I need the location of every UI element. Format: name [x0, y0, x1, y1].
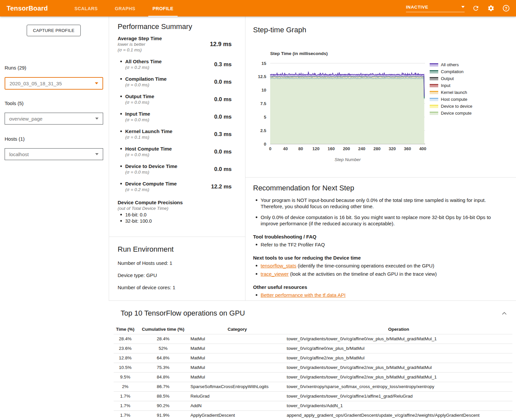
tab-graphs[interactable]: GRAPHS	[110, 0, 139, 16]
table-row: 1.7%91.9%ApplyGradientDescentappend_appl…	[114, 410, 512, 420]
resource-link[interactable]: Better performance with the tf.data API	[261, 292, 346, 298]
metric-value: 0.0 ms	[214, 79, 232, 85]
metric-sigma: (σ = 0.2 ms)	[125, 187, 177, 192]
table-row: 1.7%90.2%AddNtower_0/v/gradients/AddN_1	[114, 401, 512, 410]
resources-header: Other useful resources	[253, 284, 505, 290]
env-line: Number of device cores: 1	[118, 285, 235, 290]
metric-label: All Others Time	[125, 59, 162, 65]
bullet	[120, 113, 122, 115]
status-dropdown[interactable]: INACTIVE	[406, 5, 465, 12]
table-cell: 1.7%	[114, 401, 137, 410]
appbar-controls: INACTIVE ?	[406, 4, 510, 12]
tool-text: trace_viewer (look at the activities on …	[261, 271, 437, 277]
bullet	[256, 273, 257, 275]
svg-text:0: 0	[264, 142, 266, 147]
metric-row: All Others Time(σ = 0.2 ms)0.3 ms	[118, 59, 232, 70]
faq-item-text: Refer to the TF2 Profiler FAQ	[261, 241, 325, 248]
recommendation-bullet: Only 0.0% of device computation is 16 bi…	[253, 214, 505, 227]
svg-text:240: 240	[358, 146, 365, 151]
svg-text:Output: Output	[441, 76, 454, 81]
tools-select-value: overview_page	[9, 116, 43, 122]
top-ops-title: Top 10 TensorFlow operations on GPU	[121, 309, 245, 318]
svg-text:Device compute: Device compute	[441, 111, 472, 116]
top-ops-table: Time (%)Cumulative time (%)CategoryOpera…	[114, 325, 512, 420]
svg-text:2.5: 2.5	[260, 128, 266, 133]
table-row: 2%86.7%SparseSoftmaxCrossEntropyWithLogi…	[114, 382, 512, 391]
tool-link[interactable]: trace_viewer	[261, 271, 289, 277]
table-cell: MatMul	[189, 334, 285, 344]
average-step-time: Average Step Time lower is better (σ = 0…	[118, 36, 232, 53]
table-cell: 75.3%	[137, 363, 189, 372]
table-row: 23.6%52%MatMultower_0/v/cg/affine0/xw_pl…	[114, 344, 512, 353]
app-bar: TensorBoard SCALARSGRAPHSPROFILE INACTIV…	[0, 0, 516, 16]
collapse-chevron-up-icon[interactable]	[502, 310, 507, 314]
step-time-chart: 02.557.51012.515040801201602002402803203…	[245, 46, 516, 168]
nav-tabs: SCALARSGRAPHSPROFILE	[66, 0, 182, 16]
table-cell: 28.4%	[137, 334, 189, 344]
tools-select[interactable]: overview_page	[5, 113, 103, 125]
svg-text:280: 280	[373, 146, 381, 151]
tool-link[interactable]: tensorflow_stats	[261, 263, 296, 268]
column-header: Cumulative time (%)	[137, 325, 189, 334]
recommendation-text: Your program is NOT input-bound because …	[261, 197, 505, 210]
run-environment-section: Run Environment Number of Hosts used: 1D…	[109, 237, 245, 290]
metric-value: 0.3 ms	[214, 131, 232, 138]
metrics-list: All Others Time(σ = 0.2 ms)0.3 msCompila…	[118, 59, 232, 192]
resource-item: Better performance with the tf.data API	[253, 292, 505, 298]
table-row: 1.7%88.5%ReluGradtower_0/v/gradients/tow…	[114, 391, 512, 401]
bullet	[120, 183, 122, 184]
svg-text:0: 0	[269, 146, 271, 151]
runs-select[interactable]: 2020_03_05_18_31_35	[5, 77, 103, 90]
bullet	[120, 130, 122, 132]
table-cell: 1.7%	[114, 410, 137, 420]
help-icon[interactable]: ?	[502, 4, 510, 12]
table-cell: 1.7%	[114, 391, 137, 401]
precisions-label: Device Compute Precisions	[118, 200, 232, 206]
bullet	[256, 216, 257, 218]
bullet	[120, 214, 122, 215]
metric-row: Output Time(σ = 0.0 ms)0.0 ms	[118, 94, 232, 105]
app-title: TensorBoard	[7, 5, 59, 12]
table-cell: MatMul	[189, 372, 285, 382]
device-compute-precisions: Device Compute Precisions (out of Total …	[118, 200, 232, 224]
metric-sigma: (σ = 0.0 ms)	[125, 169, 177, 175]
svg-text:40: 40	[283, 146, 288, 151]
bullet	[120, 61, 122, 62]
table-cell: 88.5%	[137, 391, 189, 401]
metric-label: Input Time	[125, 111, 150, 117]
svg-text:Compilation: Compilation	[441, 69, 464, 74]
svg-text:5: 5	[264, 115, 266, 120]
tab-profile[interactable]: PROFILE	[148, 0, 178, 16]
sidebar: CAPTURE PROFILE Runs (29) 2020_03_05_18_…	[0, 16, 109, 420]
table-cell: tower_0/v/gradients/tower_0/v/cg/affine2…	[285, 363, 512, 372]
refresh-icon[interactable]	[472, 4, 480, 12]
table-cell: append_apply_gradient_ops/GradientDescen…	[285, 410, 512, 420]
metric-label: Device to Device Time	[125, 163, 177, 169]
metric-row: Input Time(σ = 0.0 ms)0.0 ms	[118, 111, 232, 123]
column-header: Time (%)	[114, 325, 137, 334]
metric-row: Device Compute Time(σ = 0.2 ms)12.2 ms	[118, 181, 232, 192]
svg-text:7.5: 7.5	[260, 101, 266, 106]
metric-sigma: (σ = 0.1 ms)	[118, 47, 162, 53]
precision-text: 16-bit: 0.0	[125, 212, 147, 217]
metric-sigma: (σ = 0.0 ms)	[125, 117, 150, 123]
performance-summary-section: Performance Summary Average Step Time lo…	[109, 16, 245, 224]
svg-text:Kernel launch: Kernel launch	[441, 90, 467, 95]
bullet	[120, 78, 122, 80]
step-time-graph-title: Step-time Graph	[253, 26, 306, 34]
tool-text: tensorflow_stats (identify the time-cons…	[261, 263, 434, 269]
table-cell: 10.5%	[114, 363, 137, 372]
table-cell: SparseSoftmaxCrossEntropyWithLogits	[189, 382, 285, 391]
settings-gear-icon[interactable]	[487, 4, 495, 12]
capture-profile-button[interactable]: CAPTURE PROFILE	[27, 25, 81, 36]
hosts-select[interactable]: localhost	[5, 148, 103, 160]
svg-text:15: 15	[262, 61, 266, 66]
svg-text:Device to device: Device to device	[441, 104, 472, 109]
svg-text:Input: Input	[441, 83, 450, 88]
table-cell: tower_0/v/xentropy/sparse_softmax_cross_…	[285, 382, 512, 391]
tab-scalars[interactable]: SCALARS	[70, 0, 102, 16]
table-row: 10.5%75.3%MatMultower_0/v/gradients/towe…	[114, 363, 512, 372]
top-ops-section: Top 10 TensorFlow operations on GPU Time…	[109, 300, 516, 420]
bullet	[120, 96, 122, 97]
bullet	[256, 265, 257, 266]
